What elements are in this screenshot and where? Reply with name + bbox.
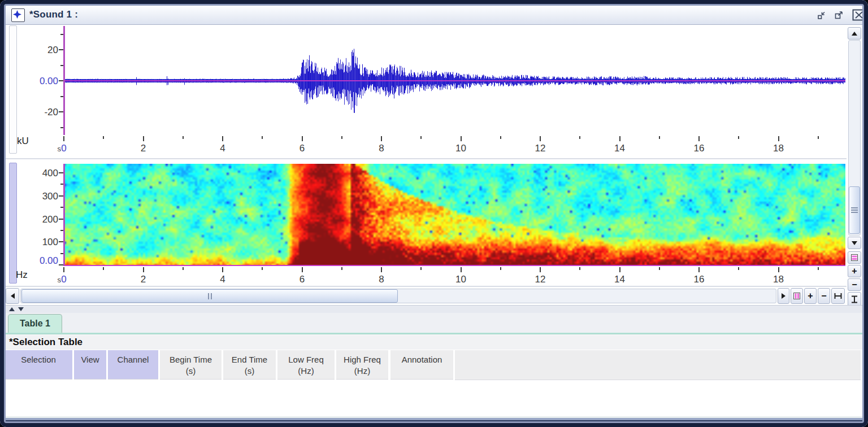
waveform-x-tick-minor [579, 136, 580, 139]
spectrogram-y-tick-label: 300 [25, 191, 58, 202]
pane-separator [6, 158, 847, 159]
spectrogram-x-tick-major [381, 267, 382, 272]
minimize-icon [817, 10, 827, 20]
waveform-y-tick-label: -20 [25, 107, 58, 118]
fit-time-axis-button[interactable] [831, 288, 845, 304]
left-arrow-icon [11, 293, 15, 299]
vertical-split-icon [792, 291, 801, 300]
waveform-channel-strip[interactable] [9, 25, 17, 154]
spectrogram-y-tick-major [59, 241, 63, 242]
spectrogram-x-tick-major [619, 267, 620, 272]
waveform-x-tick-minor [500, 136, 501, 139]
spectrogram-x-tick-label: 12 [528, 274, 553, 285]
hscroll-thumb[interactable] [21, 289, 398, 303]
spectrogram-x-tick-label: 2 [131, 274, 156, 285]
spectrogram-x-tick-label: 10 [449, 274, 474, 285]
close-button[interactable] [851, 8, 867, 21]
spectrogram-x-tick-minor [738, 267, 739, 270]
spectrogram-x-tick-major [143, 267, 144, 272]
thumb-grip [211, 293, 212, 299]
maximize-button[interactable] [832, 8, 845, 21]
waveform-x-tick-minor [262, 136, 263, 139]
zoom-out-time-button[interactable]: − [818, 288, 830, 304]
sound-document-icon [11, 8, 25, 22]
spectrogram-y-tick-label: 400 [25, 168, 58, 179]
spectrogram-y-tick-major [59, 195, 63, 197]
waveform-canvas[interactable] [64, 26, 845, 135]
waveform-x-tick-minor [103, 136, 104, 139]
spectrogram-y-tick-label: 0.00 [25, 255, 58, 267]
spectrogram-x-tick-label: 8 [369, 274, 394, 285]
column-header-begin-time[interactable]: Begin Time(s) [160, 350, 222, 380]
waveform-x-tick-label: 12 [528, 143, 553, 154]
zoom-in-time-button[interactable]: + [804, 288, 817, 304]
waveform-x-tick-label: 10 [449, 143, 474, 154]
thumb-grip [851, 210, 858, 211]
window-bottom-border [6, 416, 862, 423]
vscroll-up-button[interactable] [848, 27, 861, 40]
waveform-x-tick-major [63, 136, 64, 141]
collapse-up-icon[interactable] [9, 307, 15, 311]
column-header-low-freq[interactable]: Low Freq(Hz) [277, 350, 335, 380]
waveform-x-tick-label: 6 [290, 143, 315, 154]
spectrogram-x-tick-major [540, 267, 541, 272]
waveform-x-tick-major [143, 136, 144, 141]
spectrogram-y-tick-label: 200 [25, 214, 58, 225]
split-view-vertical-button[interactable] [791, 288, 803, 304]
spectrogram-canvas[interactable] [64, 164, 845, 266]
tab-underline [6, 333, 862, 334]
spectrogram-x-tick-label: 4 [210, 274, 235, 285]
waveform-x-tick-label: 8 [369, 143, 394, 154]
split-view-horizontal-button[interactable] [848, 251, 861, 264]
spectrogram-y-tick-major [59, 264, 63, 265]
window-content: *Sound 1 : [0, 0, 868, 427]
horizontal-split-icon [850, 253, 859, 262]
selection-table-header-band: *Selection Table [6, 335, 862, 350]
spectrogram-position-cursor-line [63, 164, 65, 266]
up-arrow-icon [852, 32, 857, 36]
waveform-x-tick-minor [341, 136, 342, 139]
spectrogram-x-tick-minor [420, 267, 422, 270]
spectrogram-y-unit-label: Hz [16, 269, 28, 281]
spectrogram-x-tick-label: 18 [766, 274, 791, 285]
column-header-channel[interactable]: Channel [108, 350, 158, 380]
plus-icon: + [808, 291, 813, 300]
spectrogram-x-tick-label: 14 [607, 274, 632, 285]
app-window: *Sound 1 : [0, 0, 868, 427]
collapse-down-icon[interactable] [18, 307, 24, 311]
column-header-selection[interactable]: Selection [5, 350, 72, 380]
waveform-x-tick-major [302, 136, 303, 141]
waveform-y-tick-major [59, 49, 63, 50]
hscroll-right-button[interactable] [778, 288, 789, 304]
waveform-x-tick-minor [183, 136, 184, 139]
vertical-ibeam-icon [849, 294, 860, 304]
selection-table-body[interactable] [6, 380, 862, 416]
header-filler [455, 350, 861, 380]
vscroll-down-button[interactable] [848, 237, 861, 249]
waveform-x-tick-major [540, 136, 541, 141]
waveform-y-tick-major [59, 111, 63, 112]
column-header-end-time[interactable]: End Time(s) [223, 350, 276, 380]
spectrogram-x-tick-major [698, 267, 700, 272]
thumb-grip [851, 207, 858, 208]
zoom-out-frequency-button[interactable]: − [848, 278, 861, 291]
hscroll-left-button[interactable] [6, 288, 19, 304]
zoom-in-frequency-button[interactable]: + [848, 265, 861, 277]
vscroll-thumb[interactable] [849, 186, 860, 234]
column-header-view[interactable]: View [74, 350, 106, 380]
window-titlebar[interactable]: *Sound 1 : [6, 6, 862, 25]
close-icon [852, 9, 866, 21]
spectrogram-x-tick-minor [579, 267, 580, 270]
minimize-button[interactable] [815, 8, 828, 21]
horizontal-ibeam-icon [833, 291, 843, 301]
waveform-y-tick-label: 20 [25, 45, 58, 56]
column-header-annotation[interactable]: Annotation [390, 350, 453, 380]
waveform-x-tick-major [222, 136, 223, 141]
tab-table-1[interactable]: Table 1 [8, 314, 62, 333]
column-header-high-freq[interactable]: High Freq(Hz) [336, 350, 388, 380]
spectrogram-channel-strip[interactable] [9, 163, 17, 284]
waveform-x-tick-label: 18 [766, 143, 791, 154]
pane-split-divider[interactable] [6, 305, 862, 313]
waveform-y-tick-major [59, 80, 63, 81]
window-title: *Sound 1 : [29, 9, 78, 20]
